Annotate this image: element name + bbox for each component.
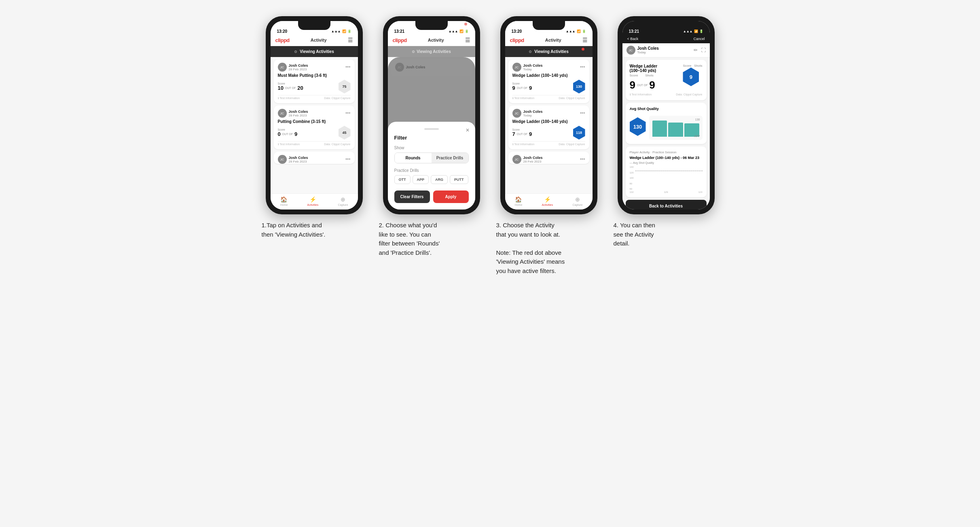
nav-bar-1: clippd Activity ☰ — [271, 35, 358, 46]
status-time-2: 13:21 — [394, 29, 405, 34]
nav-title-3: Activity — [545, 38, 561, 42]
chart-bar-1 — [652, 121, 667, 137]
activity-item-3-2[interactable]: JC Josh Coles Today ••• Wedge Ladder (10… — [508, 106, 589, 149]
avatar-1-2: JC — [278, 109, 287, 118]
edit-icon[interactable]: ✏ — [694, 47, 698, 53]
phone-screen-3: 13:20 ▲▲▲ 📶 🔋 clippd Activity ☰ ⚙ Viewin… — [505, 21, 593, 210]
red-dot-3 — [582, 48, 584, 51]
chip-arg[interactable]: ARG — [431, 175, 448, 184]
chip-putt[interactable]: PUTT — [450, 175, 468, 184]
activity-title-1-2: Putting Combine (3-15 ft) — [278, 119, 351, 124]
filter-modal-2: ✕ Filter Show Rounds Practice Drills Pra… — [388, 122, 475, 210]
bottom-nav-home-3[interactable]: 🏠 Home — [515, 196, 523, 206]
logo-2: clippd — [393, 37, 407, 43]
detail-user-name: Josh Coles — [637, 46, 659, 51]
activity-list-3: JC Josh Coles Today ••• Wedge Ladder (10… — [505, 57, 593, 193]
phone-2: 13:21 ▲▲▲ 📶 🔋 clippd Activity ☰ ⚙ Viewin… — [383, 16, 480, 214]
phone-screen-1: 13:20 ▲▲▲ 📶 🔋 clippd Activity ☰ ⚙ Viewin… — [271, 21, 358, 210]
more-dots-1-2[interactable]: ••• — [345, 110, 351, 116]
activity-item-1-3[interactable]: JC Josh Coles 28 Feb 2023 ••• — [274, 152, 355, 164]
detail-avg-card: Avg Shot Quality 130 130 APP — [626, 103, 707, 144]
detail-avg-hex: 130 — [630, 117, 646, 136]
logo-1: clippd — [275, 37, 290, 43]
filter-rounds-btn[interactable]: Rounds — [395, 153, 432, 163]
phone-notch-3 — [533, 21, 565, 30]
step-description-3: 3. Choose the Activity that you want to … — [496, 221, 601, 275]
user-date-1-1: 28 Feb 2023 — [289, 68, 308, 71]
filter-toggle-row: Rounds Practice Drills — [394, 152, 469, 163]
phone-1: 13:20 ▲▲▲ 📶 🔋 clippd Activity ☰ ⚙ Viewin… — [266, 16, 363, 214]
menu-icon-3[interactable]: ☰ — [582, 37, 588, 43]
phone-notch-1 — [298, 21, 330, 30]
logo-3: clippd — [510, 37, 524, 43]
apply-button[interactable]: Apply — [433, 190, 469, 203]
filter-practice-btn[interactable]: Practice Drills — [432, 153, 468, 163]
step-4: 13:21 ▲▲▲ 📶 🔋 < Back Cancel JC Josh Cole… — [614, 16, 719, 248]
user-name-1-2: Josh Coles — [289, 110, 308, 114]
expand-icon[interactable]: ⛶ — [701, 47, 706, 53]
phone-screen-2: 13:21 ▲▲▲ 📶 🔋 clippd Activity ☰ ⚙ Viewin… — [388, 21, 475, 210]
menu-icon-2[interactable]: ☰ — [465, 37, 470, 43]
viewing-activities-bar-1[interactable]: ⚙ Viewing Activities — [271, 46, 358, 57]
user-info-1-2: JC Josh Coles 28 Feb 2023 — [278, 109, 308, 118]
bottom-nav-capture-1[interactable]: ⊕ Capture — [338, 196, 348, 206]
back-to-activities-button[interactable]: Back to Activities — [626, 200, 707, 210]
modal-close-button[interactable]: ✕ — [466, 127, 470, 133]
step-2: 13:21 ▲▲▲ 📶 🔋 clippd Activity ☰ ⚙ Viewin… — [379, 16, 484, 257]
filter-title: Filter — [394, 135, 469, 141]
step-description-1: 1.Tap on Activities and then 'Viewing Ac… — [262, 221, 367, 239]
detail-header-4: < Back Cancel — [622, 35, 710, 43]
chip-app[interactable]: APP — [413, 175, 429, 184]
status-time-4: 13:21 — [629, 29, 639, 34]
viewing-activities-label-1: Viewing Activities — [300, 49, 334, 54]
bottom-nav-capture-3[interactable]: ⊕ Capture — [572, 196, 582, 206]
status-icons-4: ▲▲▲ 📶 🔋 — [683, 30, 703, 33]
user-info-1-1: JC Josh Coles 28 Feb 2023 — [278, 63, 308, 72]
phone-screen-4: 13:21 ▲▲▲ 📶 🔋 < Back Cancel JC Josh Cole… — [622, 21, 710, 210]
chart-area: 130 APP — [649, 116, 703, 140]
shot-quality-3-1: 130 — [573, 80, 585, 93]
phone-4: 13:21 ▲▲▲ 📶 🔋 < Back Cancel JC Josh Cole… — [618, 16, 715, 214]
chip-ott[interactable]: OTT — [394, 175, 411, 184]
chart-bar-2 — [668, 123, 683, 137]
status-time-1: 13:20 — [277, 29, 288, 34]
status-icons-1: ▲▲▲ 📶 🔋 — [331, 30, 351, 33]
detail-content: Wedge Ladder(100–140 yds) Score Shots 9 … — [622, 57, 710, 210]
bottom-nav-1: 🏠 Home ⚡ Activities ⊕ Capture — [271, 193, 358, 210]
activity-item-1-2[interactable]: JC Josh Coles 28 Feb 2023 ••• Putting Co… — [274, 106, 355, 149]
filter-chips-row: OTT APP ARG PUTT — [394, 175, 469, 184]
activity-title-1-1: Must Make Putting (3-6 ft) — [278, 73, 351, 78]
detail-shots: 9 — [649, 79, 655, 91]
more-dots-1-1[interactable]: ••• — [345, 64, 351, 70]
filter-drills-label: Practice Drills — [394, 168, 469, 173]
nav-title-2: Activity — [428, 38, 444, 42]
phone-3: 13:20 ▲▲▲ 📶 🔋 clippd Activity ☰ ⚙ Viewin… — [500, 16, 597, 214]
menu-icon-1[interactable]: ☰ — [348, 37, 353, 43]
clear-filters-button[interactable]: Clear Filters — [394, 190, 430, 203]
bottom-nav-activities-3[interactable]: ⚡ Activities — [542, 196, 553, 206]
detail-user-row: JC Josh Coles Today ✏ ⛶ — [622, 43, 710, 57]
activity-item-3-1[interactable]: JC Josh Coles Today ••• Wedge Ladder (10… — [508, 59, 589, 103]
viewing-activities-bar-3[interactable]: ⚙ Viewing Activities — [505, 46, 593, 57]
back-button[interactable]: < Back — [627, 37, 639, 41]
detail-practice-card: Player Activity · Practice Session Wedge… — [626, 146, 707, 197]
nav-bar-3: clippd Activity ☰ — [505, 35, 593, 46]
bottom-nav-home-1[interactable]: 🏠 Home — [280, 196, 288, 206]
nav-title-1: Activity — [311, 38, 327, 42]
status-icons-2: ▲▲▲ 📶 🔋 — [449, 30, 469, 33]
user-name-1-1: Josh Coles — [289, 63, 308, 68]
activity-item-3-3[interactable]: JC Josh Coles 28 Feb 2023 ••• — [508, 152, 589, 164]
activity-item-1-1[interactable]: JC Josh Coles 28 Feb 2023 ••• Must Make … — [274, 59, 355, 103]
cancel-button[interactable]: Cancel — [693, 37, 705, 41]
step-description-2: 2. Choose what you'd like to see. You ca… — [379, 221, 484, 257]
bottom-nav-activities-1[interactable]: ⚡ Activities — [307, 196, 319, 206]
session-chart: 140 120 100 80 60 — [630, 166, 703, 190]
activity-footer-1-2: ℹ Test Information Data: Clippd Capture — [278, 141, 351, 146]
modal-actions: Clear Filters Apply — [394, 190, 469, 203]
avatar-4: JC — [627, 46, 635, 55]
activity-list-1: JC Josh Coles 28 Feb 2023 ••• Must Make … — [271, 57, 358, 193]
shot-quality-1-1: 75 — [339, 80, 351, 93]
user-date-1-2: 28 Feb 2023 — [289, 114, 308, 117]
viewing-activities-label-3: Viewing Activities — [534, 49, 568, 54]
step-3: 13:20 ▲▲▲ 📶 🔋 clippd Activity ☰ ⚙ Viewin… — [496, 16, 601, 275]
